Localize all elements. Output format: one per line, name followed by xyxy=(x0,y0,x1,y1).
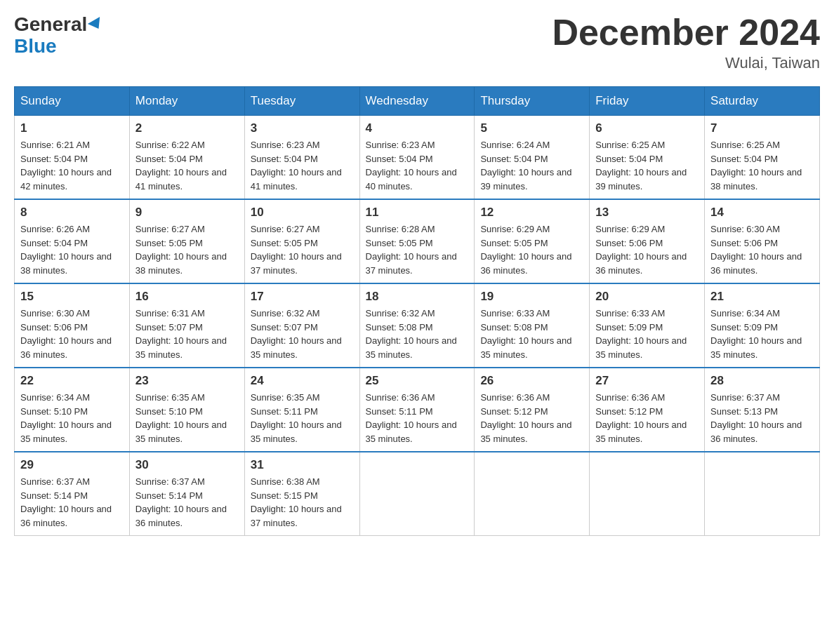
day-info: Sunrise: 6:36 AM Sunset: 5:12 PM Dayligh… xyxy=(480,391,583,445)
calendar-cell: 6 Sunrise: 6:25 AM Sunset: 5:04 PM Dayli… xyxy=(590,116,705,200)
calendar-cell: 28 Sunrise: 6:37 AM Sunset: 5:13 PM Dayl… xyxy=(705,368,820,452)
calendar-cell: 2 Sunrise: 6:22 AM Sunset: 5:04 PM Dayli… xyxy=(129,116,244,200)
day-info: Sunrise: 6:28 AM Sunset: 5:05 PM Dayligh… xyxy=(366,222,469,277)
calendar-cell: 25 Sunrise: 6:36 AM Sunset: 5:11 PM Dayl… xyxy=(359,368,475,452)
day-info: Sunrise: 6:36 AM Sunset: 5:12 PM Dayligh… xyxy=(595,391,699,445)
location: Wulai, Taiwan xyxy=(552,54,820,72)
calendar-cell: 17 Sunrise: 6:32 AM Sunset: 5:07 PM Dayl… xyxy=(244,283,359,368)
day-info: Sunrise: 6:31 AM Sunset: 5:07 PM Dayligh… xyxy=(135,307,239,361)
day-number: 22 xyxy=(20,374,124,388)
day-info: Sunrise: 6:35 AM Sunset: 5:11 PM Dayligh… xyxy=(251,391,354,445)
day-number: 30 xyxy=(135,458,239,472)
logo: General Blue xyxy=(14,14,103,58)
day-number: 2 xyxy=(135,121,239,135)
weekday-header-monday: Monday xyxy=(129,87,244,116)
calendar-cell: 3 Sunrise: 6:23 AM Sunset: 5:04 PM Dayli… xyxy=(244,116,359,200)
calendar-cell: 14 Sunrise: 6:30 AM Sunset: 5:06 PM Dayl… xyxy=(705,199,820,283)
day-info: Sunrise: 6:36 AM Sunset: 5:11 PM Dayligh… xyxy=(366,391,469,445)
calendar-cell: 29 Sunrise: 6:37 AM Sunset: 5:14 PM Dayl… xyxy=(15,452,130,536)
day-info: Sunrise: 6:22 AM Sunset: 5:04 PM Dayligh… xyxy=(135,138,239,193)
day-number: 31 xyxy=(251,458,354,472)
day-number: 20 xyxy=(595,290,699,304)
calendar-week-row: 22 Sunrise: 6:34 AM Sunset: 5:10 PM Dayl… xyxy=(15,368,820,452)
day-number: 16 xyxy=(135,290,239,304)
calendar-cell: 22 Sunrise: 6:34 AM Sunset: 5:10 PM Dayl… xyxy=(15,368,130,452)
day-number: 17 xyxy=(251,290,354,304)
weekday-header-row: SundayMondayTuesdayWednesdayThursdayFrid… xyxy=(15,87,820,116)
month-title: December 2024 xyxy=(552,14,820,51)
day-info: Sunrise: 6:29 AM Sunset: 5:06 PM Dayligh… xyxy=(595,222,699,277)
calendar-cell: 21 Sunrise: 6:34 AM Sunset: 5:09 PM Dayl… xyxy=(705,283,820,368)
day-info: Sunrise: 6:35 AM Sunset: 5:10 PM Dayligh… xyxy=(135,391,239,445)
calendar-cell: 15 Sunrise: 6:30 AM Sunset: 5:06 PM Dayl… xyxy=(15,283,130,368)
calendar-week-row: 1 Sunrise: 6:21 AM Sunset: 5:04 PM Dayli… xyxy=(15,116,820,200)
calendar-cell: 27 Sunrise: 6:36 AM Sunset: 5:12 PM Dayl… xyxy=(590,368,705,452)
day-info: Sunrise: 6:26 AM Sunset: 5:04 PM Dayligh… xyxy=(20,222,124,277)
day-number: 10 xyxy=(251,206,354,220)
day-number: 8 xyxy=(20,206,124,220)
day-number: 14 xyxy=(710,206,814,220)
logo-general-text: General xyxy=(14,13,87,35)
weekday-header-sunday: Sunday xyxy=(15,87,130,116)
calendar-table: SundayMondayTuesdayWednesdayThursdayFrid… xyxy=(14,86,820,536)
day-info: Sunrise: 6:25 AM Sunset: 5:04 PM Dayligh… xyxy=(595,138,699,193)
calendar-cell xyxy=(705,452,820,536)
day-info: Sunrise: 6:30 AM Sunset: 5:06 PM Dayligh… xyxy=(710,222,814,277)
calendar-cell: 8 Sunrise: 6:26 AM Sunset: 5:04 PM Dayli… xyxy=(15,199,130,283)
day-number: 5 xyxy=(480,121,583,135)
calendar-cell: 26 Sunrise: 6:36 AM Sunset: 5:12 PM Dayl… xyxy=(475,368,590,452)
logo-blue-text: Blue xyxy=(14,36,103,58)
calendar-cell xyxy=(359,452,475,536)
day-number: 18 xyxy=(366,290,469,304)
calendar-cell: 1 Sunrise: 6:21 AM Sunset: 5:04 PM Dayli… xyxy=(15,116,130,200)
day-info: Sunrise: 6:30 AM Sunset: 5:06 PM Dayligh… xyxy=(20,307,124,361)
day-number: 27 xyxy=(595,374,699,388)
day-info: Sunrise: 6:34 AM Sunset: 5:10 PM Dayligh… xyxy=(20,391,124,445)
day-info: Sunrise: 6:21 AM Sunset: 5:04 PM Dayligh… xyxy=(20,138,124,193)
day-number: 7 xyxy=(710,121,814,135)
day-info: Sunrise: 6:29 AM Sunset: 5:05 PM Dayligh… xyxy=(480,222,583,277)
calendar-cell: 18 Sunrise: 6:32 AM Sunset: 5:08 PM Dayl… xyxy=(359,283,475,368)
calendar-cell: 16 Sunrise: 6:31 AM Sunset: 5:07 PM Dayl… xyxy=(129,283,244,368)
day-number: 12 xyxy=(480,206,583,220)
weekday-header-thursday: Thursday xyxy=(475,87,590,116)
day-info: Sunrise: 6:27 AM Sunset: 5:05 PM Dayligh… xyxy=(135,222,239,277)
calendar-cell: 24 Sunrise: 6:35 AM Sunset: 5:11 PM Dayl… xyxy=(244,368,359,452)
day-number: 29 xyxy=(20,458,124,472)
calendar-cell: 12 Sunrise: 6:29 AM Sunset: 5:05 PM Dayl… xyxy=(475,199,590,283)
day-info: Sunrise: 6:23 AM Sunset: 5:04 PM Dayligh… xyxy=(251,138,354,193)
day-info: Sunrise: 6:23 AM Sunset: 5:04 PM Dayligh… xyxy=(366,138,469,193)
day-number: 28 xyxy=(710,374,814,388)
day-number: 26 xyxy=(480,374,583,388)
day-number: 3 xyxy=(251,121,354,135)
day-number: 24 xyxy=(251,374,354,388)
day-info: Sunrise: 6:34 AM Sunset: 5:09 PM Dayligh… xyxy=(710,307,814,361)
weekday-header-friday: Friday xyxy=(590,87,705,116)
calendar-cell xyxy=(475,452,590,536)
day-number: 11 xyxy=(366,206,469,220)
day-info: Sunrise: 6:24 AM Sunset: 5:04 PM Dayligh… xyxy=(480,138,583,193)
calendar-cell: 30 Sunrise: 6:37 AM Sunset: 5:14 PM Dayl… xyxy=(129,452,244,536)
day-info: Sunrise: 6:37 AM Sunset: 5:14 PM Dayligh… xyxy=(135,475,239,530)
weekday-header-wednesday: Wednesday xyxy=(359,87,475,116)
day-number: 4 xyxy=(366,121,469,135)
calendar-cell: 20 Sunrise: 6:33 AM Sunset: 5:09 PM Dayl… xyxy=(590,283,705,368)
day-info: Sunrise: 6:33 AM Sunset: 5:08 PM Dayligh… xyxy=(480,307,583,361)
calendar-cell: 10 Sunrise: 6:27 AM Sunset: 5:05 PM Dayl… xyxy=(244,199,359,283)
day-number: 13 xyxy=(595,206,699,220)
day-number: 6 xyxy=(595,121,699,135)
calendar-cell: 7 Sunrise: 6:25 AM Sunset: 5:04 PM Dayli… xyxy=(705,116,820,200)
day-info: Sunrise: 6:25 AM Sunset: 5:04 PM Dayligh… xyxy=(710,138,814,193)
day-info: Sunrise: 6:32 AM Sunset: 5:08 PM Dayligh… xyxy=(366,307,469,361)
day-number: 21 xyxy=(710,290,814,304)
weekday-header-saturday: Saturday xyxy=(705,87,820,116)
calendar-cell xyxy=(590,452,705,536)
day-info: Sunrise: 6:37 AM Sunset: 5:13 PM Dayligh… xyxy=(710,391,814,445)
day-info: Sunrise: 6:38 AM Sunset: 5:15 PM Dayligh… xyxy=(251,475,354,530)
day-number: 25 xyxy=(366,374,469,388)
day-info: Sunrise: 6:37 AM Sunset: 5:14 PM Dayligh… xyxy=(20,475,124,530)
calendar-week-row: 29 Sunrise: 6:37 AM Sunset: 5:14 PM Dayl… xyxy=(15,452,820,536)
header-right: December 2024 Wulai, Taiwan xyxy=(552,14,820,72)
logo-triangle-icon xyxy=(88,17,105,32)
calendar-cell: 19 Sunrise: 6:33 AM Sunset: 5:08 PM Dayl… xyxy=(475,283,590,368)
